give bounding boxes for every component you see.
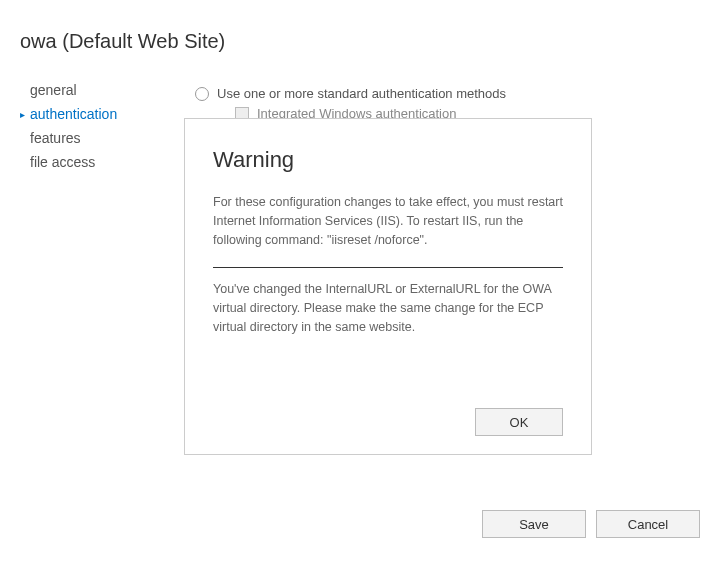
save-button[interactable]: Save <box>482 510 586 538</box>
dialog-paragraph-2: You've changed the InternalURL or Extern… <box>213 280 563 336</box>
ok-button[interactable]: OK <box>475 408 563 436</box>
dialog-footer: OK <box>213 408 563 436</box>
dialog-title: Warning <box>213 147 563 173</box>
sidebar-item-label: general <box>30 82 77 98</box>
sidebar-item-label: features <box>30 130 81 146</box>
sidebar-item-authentication[interactable]: ▸ authentication <box>20 102 165 126</box>
sidebar-item-features[interactable]: features <box>20 126 165 150</box>
sidebar-item-file-access[interactable]: file access <box>20 150 165 174</box>
warning-dialog: Warning For these configuration changes … <box>184 118 592 455</box>
auth-standard-methods-row[interactable]: Use one or more standard authentication … <box>195 86 694 101</box>
sidebar-item-label: file access <box>30 154 95 170</box>
dialog-divider <box>213 267 563 268</box>
dialog-body: For these configuration changes to take … <box>213 193 563 337</box>
sidebar-item-general[interactable]: general <box>20 78 165 102</box>
caret-right-icon: ▸ <box>20 109 30 120</box>
bottom-actions: Save Cancel <box>482 510 700 538</box>
cancel-button[interactable]: Cancel <box>596 510 700 538</box>
sidebar-item-label: authentication <box>30 106 117 122</box>
sidebar: general ▸ authentication features file a… <box>0 78 165 174</box>
radio-icon[interactable] <box>195 87 209 101</box>
page-title: owa (Default Web Site) <box>0 0 714 53</box>
dialog-paragraph-1: For these configuration changes to take … <box>213 193 563 249</box>
radio-label: Use one or more standard authentication … <box>217 86 506 101</box>
